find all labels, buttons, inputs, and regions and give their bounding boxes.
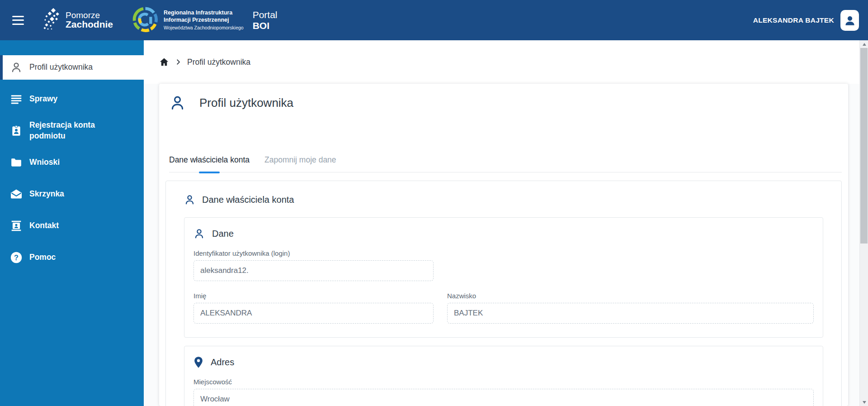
pomorze-zachodnie-logo[interactable]: Pomorze Zachodnie: [42, 8, 113, 33]
owner-section-header: Dane właściciela konta: [184, 193, 823, 206]
name-fields-row: Imię Nazwisko: [193, 292, 814, 324]
portal-boi-title: Portal BOI: [253, 10, 278, 30]
login-label: Identyfikator użytkownika (login): [193, 249, 814, 257]
portal-line1: Portal: [253, 10, 278, 20]
person-icon: [169, 95, 186, 111]
sidebar-item-sprawy[interactable]: Sprawy: [0, 87, 144, 111]
owner-data-section: Dane właściciela konta Dane: [165, 181, 842, 406]
sidebar-item-profil-uzytkownika[interactable]: Profil użytkownika: [0, 55, 144, 80]
sidebar-item-wnioski[interactable]: Wnioski: [0, 150, 144, 175]
page-title-row: Profil użytkownika: [169, 95, 842, 111]
adres-card: Adres Miejscowość: [184, 346, 823, 406]
firstname-label: Imię: [193, 292, 434, 300]
user-area: ALEKSANDRA BAJTEK: [753, 10, 859, 31]
portal-line2: BOI: [253, 20, 278, 31]
adres-card-header: Adres: [193, 355, 814, 369]
person-icon: [193, 228, 205, 239]
vertical-scrollbar[interactable]: [859, 40, 868, 406]
svg-text:?: ?: [14, 254, 19, 262]
lastname-input[interactable]: [447, 303, 814, 324]
user-name: ALEKSANDRA BAJTEK: [753, 16, 834, 24]
scrollbar-down-arrow-icon[interactable]: [860, 398, 868, 406]
tab-zapomnij-moje-dane[interactable]: Zapomnij moje dane: [264, 155, 336, 172]
help-icon: ?: [10, 252, 22, 263]
avatar[interactable]: [840, 10, 859, 31]
pomorze-line2: Zachodnie: [66, 19, 113, 29]
sidebar-item-kontakt[interactable]: Kontakt: [0, 214, 144, 238]
sidebar-item-skrzynka[interactable]: Skrzynka: [0, 182, 144, 206]
top-header: Pomorze Zachodnie: [0, 0, 868, 40]
dane-card-header: Dane: [193, 227, 814, 240]
pomorze-gryf-icon: [42, 8, 61, 33]
page-title: Profil użytkownika: [199, 96, 293, 110]
lastname-field-group: Nazwisko: [447, 292, 814, 324]
sidebar: Profil użytkownika Sprawy: [0, 40, 144, 406]
breadcrumb: Profil użytkownika: [144, 40, 859, 84]
sidebar-item-label: Pomoc: [29, 252, 66, 263]
riip-line1: Regionalna Infrastruktura: [164, 10, 244, 16]
sidebar-item-label: Rejestracja konta podmiotu: [29, 120, 144, 141]
city-input[interactable]: [193, 389, 814, 406]
firstname-input[interactable]: [193, 303, 434, 324]
sidebar-item-pomoc[interactable]: ? Pomoc: [0, 245, 144, 270]
breadcrumb-current: Profil użytkownika: [187, 57, 250, 67]
firstname-field-group: Imię: [193, 292, 434, 324]
badge-icon: [10, 125, 22, 137]
sidebar-item-rejestracja-konta-podmiotu[interactable]: Rejestracja konta podmiotu: [0, 119, 144, 143]
adres-card-title: Adres: [211, 357, 234, 368]
list-icon: [10, 93, 22, 105]
sidebar-item-label: Skrzynka: [29, 189, 75, 200]
riip-logo[interactable]: Regionalna Infrastruktura Informacji Prz…: [132, 6, 244, 34]
app-root: Pomorze Zachodnie: [0, 0, 868, 406]
sidebar-item-label: Wnioski: [29, 157, 71, 168]
sidebar-item-label: Profil użytkownika: [29, 62, 104, 73]
lastname-label: Nazwisko: [447, 292, 814, 300]
city-label: Miejscowość: [193, 378, 814, 386]
dane-card-title: Dane: [212, 229, 234, 239]
riip-ring-icon: [132, 6, 158, 34]
contact-card-icon: [10, 220, 22, 232]
login-input[interactable]: [193, 260, 434, 281]
scrollbar-up-arrow-icon[interactable]: [860, 40, 868, 48]
tab-dane-wlasciciela-konta[interactable]: Dane właściciela konta: [169, 155, 250, 172]
location-pin-icon: [193, 356, 203, 368]
profile-card: Profil użytkownika Dane właściciela kont…: [159, 84, 848, 406]
riip-logo-text: Regionalna Infrastruktura Informacji Prz…: [164, 10, 244, 30]
chevron-right-icon: [175, 59, 181, 65]
hamburger-menu-icon[interactable]: [12, 16, 24, 25]
owner-section-title: Dane właściciela konta: [202, 195, 294, 205]
person-icon: [184, 194, 195, 205]
login-field-group: Identyfikator użytkownika (login): [193, 249, 814, 281]
scrollbar-thumb[interactable]: [860, 48, 868, 244]
dane-card: Dane Identyfikator użytkownika (login) I…: [184, 217, 823, 338]
mail-icon: [10, 188, 22, 200]
user-avatar-icon: [843, 14, 857, 27]
pomorze-logo-text: Pomorze Zachodnie: [66, 11, 113, 30]
folder-icon: [10, 157, 22, 168]
sidebar-item-label: Kontakt: [29, 220, 70, 231]
pomorze-line1: Pomorze: [66, 11, 113, 20]
sidebar-item-label: Sprawy: [29, 94, 68, 105]
home-icon[interactable]: [159, 57, 169, 67]
main-content: Profil użytkownika Profil użytkownika Da…: [144, 40, 859, 406]
tab-bar: Dane właściciela konta Zapomnij moje dan…: [169, 155, 842, 172]
city-field-group: Miejscowość: [193, 378, 814, 406]
riip-line3: Województwa Zachodniopomorskiego: [164, 25, 244, 31]
riip-line2: Informacji Przestrzennej: [164, 17, 244, 24]
person-icon: [10, 62, 22, 73]
